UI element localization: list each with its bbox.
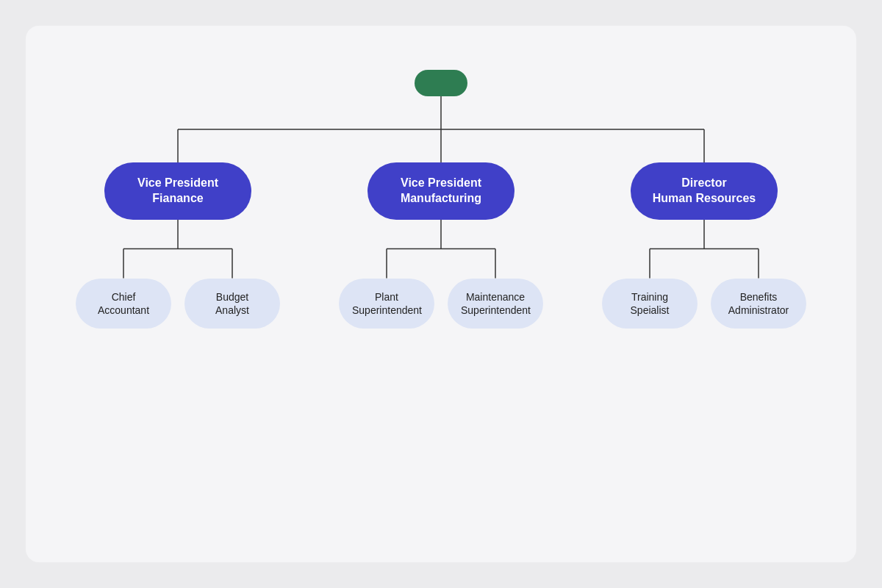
budget-analyst-node[interactable]: BudgetAnalyst: [184, 279, 280, 329]
director-hr-group: DirectorHuman Resources TrainingSpeialis…: [602, 162, 806, 329]
finance-children: ChiefAccountant BudgetAnalyst: [76, 279, 280, 329]
chief-accountant-node[interactable]: ChiefAccountant: [76, 279, 171, 329]
training-specialist-node[interactable]: TrainingSpeialist: [602, 279, 698, 329]
hr-children: TrainingSpeialist BenefitsAdministrator: [602, 279, 806, 329]
director-hr-label: DirectorHuman Resources: [653, 176, 756, 204]
budget-analyst-label: BudgetAnalyst: [215, 291, 249, 316]
level2-row: Vice PresidentFianance ChiefAccountant B…: [76, 162, 806, 329]
vp-finance-node[interactable]: Vice PresidentFianance: [104, 162, 251, 220]
plant-superintendent-node[interactable]: PlantSuperintendent: [339, 279, 434, 329]
director-hr-node[interactable]: DirectorHuman Resources: [631, 162, 778, 220]
org-chart-container: Vice PresidentFianance ChiefAccountant B…: [26, 26, 856, 562]
maintenance-superintendent-label: MaintenanceSuperintendent: [461, 291, 531, 316]
vp-manufacturing-label: Vice PresidentManufacturing: [401, 176, 481, 204]
vp-manufacturing-node[interactable]: Vice PresidentManufacturing: [368, 162, 514, 220]
vp-finance-label: Vice PresidentFianance: [137, 176, 218, 204]
maintenance-superintendent-node[interactable]: MaintenanceSuperintendent: [448, 279, 543, 329]
benefits-administrator-label: BenefitsAdministrator: [728, 291, 789, 316]
ceo-node[interactable]: [415, 70, 467, 96]
manufacturing-children: PlantSuperintendent MaintenanceSuperinte…: [339, 279, 543, 329]
org-wrapper: Vice PresidentFianance ChiefAccountant B…: [26, 70, 856, 329]
benefits-administrator-node[interactable]: BenefitsAdministrator: [711, 279, 806, 329]
chief-accountant-label: ChiefAccountant: [98, 291, 149, 316]
vp-manufacturing-group: Vice PresidentManufacturing PlantSuperin…: [339, 162, 543, 329]
plant-superintendent-label: PlantSuperintendent: [352, 291, 422, 316]
training-specialist-label: TrainingSpeialist: [631, 291, 670, 316]
vp-finance-group: Vice PresidentFianance ChiefAccountant B…: [76, 162, 280, 329]
